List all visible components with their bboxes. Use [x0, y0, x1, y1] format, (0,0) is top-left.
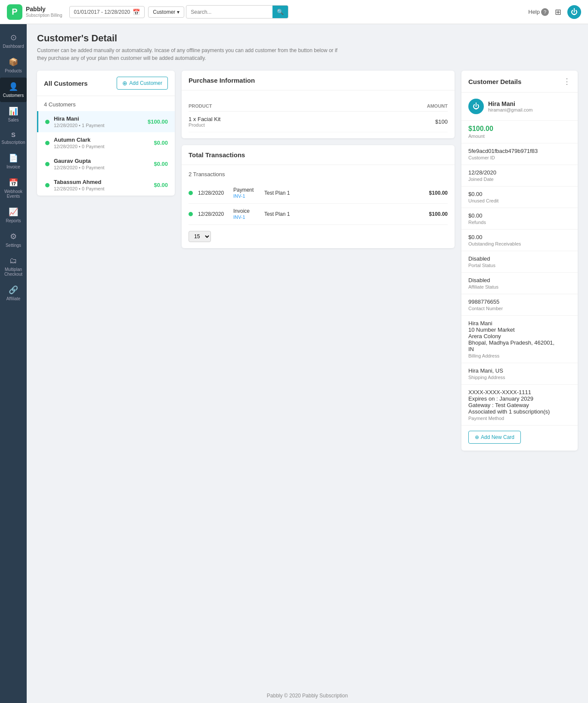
sidebar-item-webhook[interactable]: 📅 Webhook Events — [0, 174, 27, 203]
add-customer-button[interactable]: ⊕ Add Customer — [117, 77, 168, 90]
top-navigation: P Pabbly Subscription Billing 01/01/2017… — [0, 0, 588, 24]
customers-count: 4 Customers — [44, 101, 168, 108]
customer-id-value: 5fe9acd01fbacb479b971f83 — [468, 148, 571, 154]
sidebar-item-label: Invoice — [6, 165, 20, 169]
add-new-card-button[interactable]: ⊕ Add New Card — [468, 431, 521, 444]
webhook-icon: 📅 — [9, 178, 18, 187]
main-content: Customer's Detail Customer can be added … — [27, 24, 588, 686]
content-grid: All Customers ⊕ Add Customer 4 Customers… — [37, 71, 578, 451]
sidebar-item-products[interactable]: 📦 Products — [0, 53, 27, 78]
products-icon: 📦 — [9, 57, 18, 67]
nav-right: Help ? ⊞ ⏻ — [528, 5, 581, 19]
sidebar-item-settings[interactable]: ⚙ Settings — [0, 227, 27, 252]
tx-plan: Test Plan 1 — [264, 211, 424, 217]
multiplan-icon: 🗂 — [9, 256, 17, 265]
field-affiliate-status: Disabled Affiliate Status — [461, 273, 578, 294]
field-joined-date: 12/28/2020 Joined Date — [461, 165, 578, 187]
field-outstanding: $0.00 Outstanding Receivables — [461, 230, 578, 251]
sidebar-item-label: Sales — [8, 118, 19, 122]
customer-amount: $0.00 — [154, 140, 168, 146]
sidebar-item-label: Settings — [6, 243, 21, 248]
status-dot — [45, 120, 50, 124]
per-page-select[interactable]: 15 25 50 — [189, 231, 211, 242]
sidebar-item-subscription[interactable]: S Subscription — [0, 127, 27, 149]
portal-status-value: Disabled — [468, 255, 571, 262]
amount-label: Amount — [468, 134, 571, 139]
sidebar-item-multiplan[interactable]: 🗂 Multiplan Checkout — [0, 252, 27, 281]
sidebar-item-reports[interactable]: 📈 Reports — [0, 203, 27, 227]
customer-details-card: Customer Details ⋮ ⏻ Hira Mani hiramani@… — [461, 71, 578, 451]
search-input[interactable] — [186, 7, 272, 17]
field-unused-credit: $0.00 Unused Credit — [461, 187, 578, 208]
sidebar-item-label: Dashboard — [3, 44, 24, 49]
purchase-info-title: Purchase Information — [189, 77, 255, 84]
avatar: ⏻ — [468, 99, 484, 114]
all-customers-card: All Customers ⊕ Add Customer 4 Customers… — [37, 71, 175, 196]
chevron-down-icon: ▾ — [177, 9, 179, 15]
transaction-row: 12/28/2020 InvoiceINV-1 Test Plan 1 $100… — [189, 204, 448, 225]
sidebar-item-label: Subscription — [1, 140, 25, 145]
more-options-icon[interactable]: ⋮ — [563, 77, 571, 86]
tx-link[interactable]: INV-1 — [233, 215, 245, 220]
joined-date-label: Joined Date — [468, 177, 571, 182]
grid-icon[interactable]: ⊞ — [555, 7, 561, 17]
date-range-value: 01/01/2017 - 12/28/2020 — [74, 9, 130, 15]
transaction-row: 12/28/2020 PaymentINV-1 Test Plan 1 $100… — [189, 183, 448, 204]
settings-icon: ⚙ — [10, 232, 17, 241]
field-refunds: $0.00 Refunds — [461, 208, 578, 230]
purchase-info-header: Purchase Information — [182, 71, 455, 90]
contact-label: Contact Number — [468, 306, 571, 311]
customer-amount: $0.00 — [154, 182, 168, 188]
customer-fullname: Hira Mani — [488, 100, 532, 107]
sidebar-item-invoice[interactable]: 📄 Invoice — [0, 149, 27, 174]
help-link[interactable]: Help ? — [528, 8, 549, 16]
logo-icon: P — [7, 4, 22, 20]
date-range-picker[interactable]: 01/01/2017 - 12/28/2020 📅 — [69, 6, 145, 18]
search-button[interactable]: 🔍 — [272, 6, 288, 18]
customer-meta: 12/28/2020 • 0 Payment — [54, 186, 149, 191]
customer-amount: $100.00 — [148, 118, 168, 125]
sidebar-item-customers[interactable]: 👤 Customers — [0, 78, 27, 102]
help-icon: ? — [541, 8, 549, 16]
tx-link[interactable]: INV-1 — [233, 193, 245, 199]
col-product: PRODUCT — [189, 101, 346, 112]
purchase-table: PRODUCT AMOUNT 1 x Facial Kit Product $1… — [189, 101, 448, 132]
product-type: Product — [189, 122, 346, 128]
affiliate-status-label: Affiliate Status — [468, 284, 571, 289]
footer-text: Pabbly © 2020 Pabbly Subscription — [267, 693, 348, 699]
unused-credit-label: Unused Credit — [468, 198, 571, 203]
power-button[interactable]: ⏻ — [567, 5, 581, 19]
customer-details-title: Customer Details — [468, 78, 521, 85]
tx-status-dot — [189, 212, 193, 216]
filter-label: Customer — [153, 9, 175, 15]
tx-date: 12/28/2020 — [198, 190, 228, 196]
middle-column: Purchase Information PRODUCT AMOUNT — [182, 71, 455, 248]
field-amount: $100.00 Amount — [461, 121, 578, 143]
customer-item[interactable]: Hira Mani 12/28/2020 • 1 Payment $100.00 — [37, 111, 175, 132]
customer-item[interactable]: Tabassum Ahmed 12/28/2020 • 0 Payment $0… — [37, 174, 175, 196]
brand-name: Pabbly — [26, 6, 62, 12]
invoice-icon: 📄 — [9, 153, 18, 163]
portal-status-label: Portal Status — [468, 263, 571, 268]
sidebar-item-affiliate[interactable]: 🔗 Affiliate — [0, 281, 27, 305]
payment-method-value: XXXX-XXXX-XXXX-1111 Expires on : January… — [468, 389, 571, 415]
filter-dropdown[interactable]: Customer ▾ — [148, 6, 184, 18]
brand-sub: Subscription Billing — [26, 13, 62, 18]
customer-meta: 12/28/2020 • 0 Payment — [54, 144, 149, 149]
dashboard-icon: ⊙ — [10, 33, 17, 42]
field-payment-method: XXXX-XXXX-XXXX-1111 Expires on : January… — [461, 385, 578, 426]
sidebar-item-label: Affiliate — [6, 296, 21, 301]
customer-item[interactable]: Autumn Clark 12/28/2020 • 0 Payment $0.0… — [37, 132, 175, 153]
tx-amount: $100.00 — [429, 211, 448, 217]
customer-item[interactable]: Gaurav Gupta 12/28/2020 • 0 Payment $0.0… — [37, 153, 175, 174]
shipping-address-label: Shipping Address — [468, 375, 571, 380]
affiliate-icon: 🔗 — [9, 285, 18, 295]
sidebar-item-sales[interactable]: 📊 Sales — [0, 102, 27, 127]
sidebar-item-label: Customers — [3, 93, 24, 98]
purchase-info-body: PRODUCT AMOUNT 1 x Facial Kit Product $1… — [182, 90, 455, 138]
purchase-info-card: Purchase Information PRODUCT AMOUNT — [182, 71, 455, 138]
field-shipping-address: Hira Mani, US Shipping Address — [461, 363, 578, 385]
logo-area: P Pabbly Subscription Billing — [7, 4, 62, 20]
subscription-icon: S — [11, 131, 15, 138]
sidebar-item-dashboard[interactable]: ⊙ Dashboard — [0, 28, 27, 53]
